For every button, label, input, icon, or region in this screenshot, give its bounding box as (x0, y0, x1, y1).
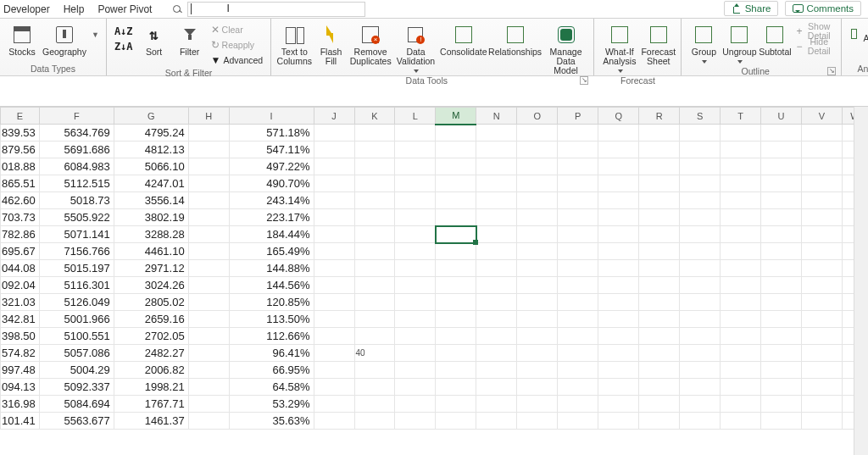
cell[interactable] (680, 175, 721, 192)
cell[interactable] (436, 379, 476, 396)
cell[interactable] (761, 125, 802, 141)
sort-az-button[interactable]: A↓Z (112, 24, 136, 39)
advanced-filter-button[interactable]: ▼Advanced (209, 53, 266, 68)
cell[interactable] (517, 277, 558, 294)
cell[interactable]: 5100.551 (39, 328, 114, 345)
data-analysis-button[interactable]: Data Analysis (847, 24, 868, 44)
cell[interactable] (680, 243, 721, 260)
geography-button[interactable]: Geography (41, 20, 88, 57)
cell[interactable]: 5084.694 (39, 396, 114, 413)
cell[interactable] (801, 243, 842, 260)
filter-button[interactable]: Filter (173, 20, 207, 57)
remove-duplicates-button[interactable]: Remove Duplicates (349, 20, 391, 66)
cell[interactable] (517, 413, 558, 430)
cell[interactable]: 490.70% (229, 175, 314, 192)
cell[interactable]: 462.60 (1, 192, 40, 209)
cell[interactable]: 547.11% (229, 141, 314, 158)
cell[interactable] (680, 141, 721, 158)
cell[interactable]: 5505.922 (39, 209, 114, 226)
cell[interactable] (354, 158, 395, 175)
cell[interactable] (598, 362, 639, 379)
stocks-button[interactable]: Stocks (5, 20, 39, 57)
cell[interactable] (476, 125, 517, 141)
cell[interactable] (436, 125, 476, 141)
cell[interactable] (801, 328, 842, 345)
col-header-F[interactable]: F (39, 108, 114, 125)
cell[interactable] (801, 345, 842, 362)
cell[interactable] (801, 379, 842, 396)
cell[interactable] (598, 260, 639, 277)
cell[interactable] (680, 209, 721, 226)
cell[interactable] (680, 192, 721, 209)
cell[interactable]: 53.29% (229, 396, 314, 413)
sort-za-button[interactable]: Z↓A (112, 39, 136, 54)
tab-help[interactable]: Help (64, 3, 85, 15)
cell[interactable] (188, 311, 229, 328)
cell[interactable] (517, 158, 558, 175)
cell[interactable]: 165.49% (229, 243, 314, 260)
cell[interactable]: 321.03 (1, 294, 40, 311)
cell[interactable] (354, 379, 395, 396)
col-header-L[interactable]: L (395, 108, 436, 125)
cell[interactable] (721, 362, 761, 379)
vertical-scrollbar[interactable] (854, 107, 868, 455)
cell[interactable] (314, 209, 354, 226)
cell[interactable]: 40 (354, 345, 395, 362)
cell[interactable] (395, 141, 436, 158)
cell[interactable]: 3024.26 (114, 277, 188, 294)
tab-powerpivot[interactable]: Power Pivot (97, 3, 152, 15)
cell[interactable] (639, 141, 680, 158)
cell[interactable] (761, 226, 802, 243)
cell[interactable] (721, 226, 761, 243)
cell[interactable] (476, 260, 517, 277)
col-header-J[interactable]: J (314, 108, 354, 125)
cell[interactable] (314, 125, 354, 141)
cell[interactable] (721, 413, 761, 430)
outline-launcher[interactable]: ↘ (827, 67, 836, 75)
cell[interactable] (354, 243, 395, 260)
cell[interactable] (354, 294, 395, 311)
cell[interactable] (395, 277, 436, 294)
tab-developer[interactable]: Developer (3, 3, 50, 15)
cell[interactable] (721, 311, 761, 328)
cell[interactable] (395, 328, 436, 345)
cell[interactable] (188, 396, 229, 413)
cell[interactable] (801, 260, 842, 277)
cell[interactable]: 3802.19 (114, 209, 188, 226)
cell[interactable] (436, 158, 476, 175)
cell[interactable] (598, 277, 639, 294)
col-header-Q[interactable]: Q (598, 108, 639, 125)
cell[interactable]: 094.13 (1, 379, 40, 396)
cell[interactable]: 144.56% (229, 277, 314, 294)
cell[interactable] (517, 141, 558, 158)
cell[interactable] (188, 362, 229, 379)
cell[interactable] (801, 192, 842, 209)
cell[interactable] (354, 396, 395, 413)
cell[interactable]: 7156.766 (39, 243, 114, 260)
cell[interactable] (761, 413, 802, 430)
cell[interactable] (721, 243, 761, 260)
cell[interactable] (314, 192, 354, 209)
cell[interactable] (436, 243, 476, 260)
cell[interactable] (436, 311, 476, 328)
subtotal-button[interactable]: Subtotal (758, 20, 792, 57)
flash-fill-button[interactable]: Flash Fill (314, 20, 348, 66)
cell[interactable] (639, 226, 680, 243)
cell[interactable] (354, 141, 395, 158)
cell[interactable] (436, 396, 476, 413)
cell[interactable]: 092.04 (1, 277, 40, 294)
forecast-sheet-button[interactable]: Forecast Sheet (641, 20, 676, 66)
cell[interactable]: 574.82 (1, 345, 40, 362)
cell[interactable] (188, 260, 229, 277)
cell[interactable]: 2971.12 (114, 260, 188, 277)
cell[interactable] (598, 243, 639, 260)
cell[interactable] (395, 396, 436, 413)
cell[interactable] (639, 158, 680, 175)
cell[interactable] (436, 209, 476, 226)
cell[interactable] (761, 328, 802, 345)
cell[interactable] (558, 277, 598, 294)
cell[interactable] (598, 192, 639, 209)
cell[interactable] (680, 311, 721, 328)
cell[interactable] (395, 362, 436, 379)
cell[interactable] (558, 396, 598, 413)
